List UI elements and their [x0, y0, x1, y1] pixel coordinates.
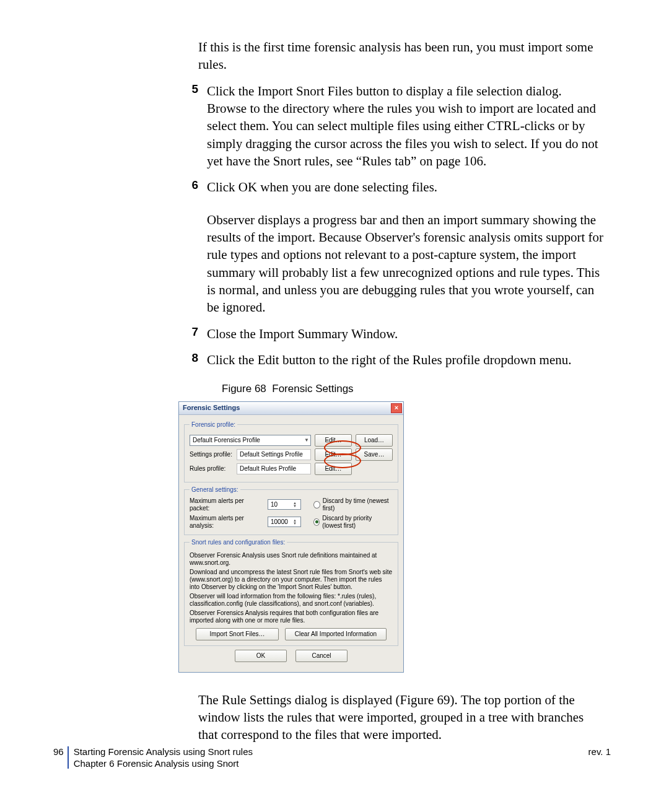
rules-profile-value: Default Rules Profile	[237, 463, 311, 474]
step-body-line: Observer displays a progress bar and the…	[207, 211, 605, 317]
spinner-value: 10000	[271, 518, 288, 526]
step-body-line: Click OK when you are done selecting fil…	[207, 178, 605, 196]
snort-rules-group: Snort rules and configuration files: Obs…	[184, 539, 398, 646]
clear-imported-button[interactable]: Clear All Imported Information	[285, 628, 387, 640]
radio-label: Discard by priority (lowest first)	[322, 515, 393, 530]
figure-caption: Figure 68 Forensic Settings	[222, 383, 605, 395]
snort-text: Observer Forensics Analysis requires tha…	[190, 609, 393, 624]
combo-value: Default Forensics Profile	[193, 437, 260, 444]
max-analysis-spinner[interactable]: 10000 ▲▼	[268, 517, 301, 527]
max-packet-label: Maximum alerts per packet:	[190, 497, 263, 512]
edit-settings-profile-button[interactable]: Edit…	[315, 448, 352, 461]
settings-profile-value: Default Settings Profile	[237, 449, 311, 460]
step-number: 5	[178, 82, 207, 170]
footer-revision: rev. 1	[588, 746, 611, 769]
discard-by-priority-radio[interactable]: Discard by priority (lowest first)	[313, 515, 393, 530]
step-5: 5 Click the Import Snort Files button to…	[178, 82, 605, 170]
group-legend: Forensic profile:	[190, 421, 237, 429]
max-analysis-label: Maximum alerts per analysis:	[190, 515, 263, 530]
step-body: Click the Edit button to the right of th…	[207, 351, 605, 369]
discard-by-time-radio[interactable]: Discard by time (newest first)	[313, 497, 393, 512]
max-packet-spinner[interactable]: 10 ▲▼	[268, 499, 301, 510]
edit-rules-profile-button[interactable]: Edit…	[315, 463, 352, 475]
step-body: Click the Import Snort Files button to d…	[207, 82, 605, 170]
forensic-profile-combo[interactable]: Default Forensics Profile ▼	[190, 435, 311, 446]
dialog-titlebar: Forensic Settings ×	[179, 402, 403, 415]
edit-forensic-profile-button[interactable]: Edit…	[315, 434, 352, 447]
post-figure-paragraph: The Rule Settings dialog is displayed (F…	[198, 691, 605, 744]
intro-paragraph: If this is the first time forensic analy…	[198, 38, 605, 74]
footer-chapter-title: Chapter 6 Forensic Analysis using Snort	[74, 758, 253, 769]
snort-text: Download and uncompress the latest Snort…	[190, 569, 393, 591]
close-icon[interactable]: ×	[391, 403, 402, 413]
step-number: 6	[178, 178, 207, 316]
save-button[interactable]: Save…	[356, 448, 393, 461]
radio-off-icon	[313, 501, 320, 509]
snort-text: Observer Forensic Analysis uses Snort ru…	[190, 552, 393, 567]
step-7: 7 Close the Import Summary Window.	[178, 325, 605, 343]
step-number: 8	[178, 351, 207, 369]
step-body: Close the Import Summary Window.	[207, 325, 605, 343]
group-legend: Snort rules and configuration files:	[190, 539, 287, 546]
spinner-value: 10	[271, 501, 278, 509]
step-6: 6 Click OK when you are done selecting f…	[178, 178, 605, 316]
page-footer: 96 Starting Forensic Analysis using Snor…	[53, 746, 611, 769]
group-legend: General settings:	[190, 486, 240, 494]
dialog-title: Forensic Settings	[183, 404, 391, 412]
snort-text: Observer will load information from the …	[190, 593, 393, 608]
page-number: 96	[53, 746, 68, 769]
spinner-arrows-icon: ▲▼	[293, 519, 299, 525]
step-number: 7	[178, 325, 207, 343]
load-button[interactable]: Load…	[356, 434, 393, 447]
cancel-button[interactable]: Cancel	[295, 650, 348, 662]
chevron-down-icon: ▼	[304, 437, 309, 443]
forensic-profile-group: Forensic profile: Default Forensics Prof…	[184, 421, 398, 482]
step-body: Click OK when you are done selecting fil…	[207, 178, 605, 316]
spinner-arrows-icon: ▲▼	[293, 502, 299, 508]
import-snort-files-button[interactable]: Import Snort Files…	[196, 628, 279, 640]
settings-profile-label: Settings profile:	[190, 451, 233, 458]
general-settings-group: General settings: Maximum alerts per pac…	[184, 486, 398, 535]
ok-button[interactable]: OK	[235, 650, 287, 662]
radio-on-icon	[313, 518, 320, 526]
radio-label: Discard by time (newest first)	[323, 497, 393, 512]
footer-section-title: Starting Forensic Analysis using Snort r…	[74, 746, 253, 757]
rules-profile-label: Rules profile:	[190, 465, 233, 473]
step-8: 8 Click the Edit button to the right of …	[178, 351, 605, 369]
forensic-settings-dialog: Forensic Settings × Forensic profile: De…	[178, 401, 404, 673]
